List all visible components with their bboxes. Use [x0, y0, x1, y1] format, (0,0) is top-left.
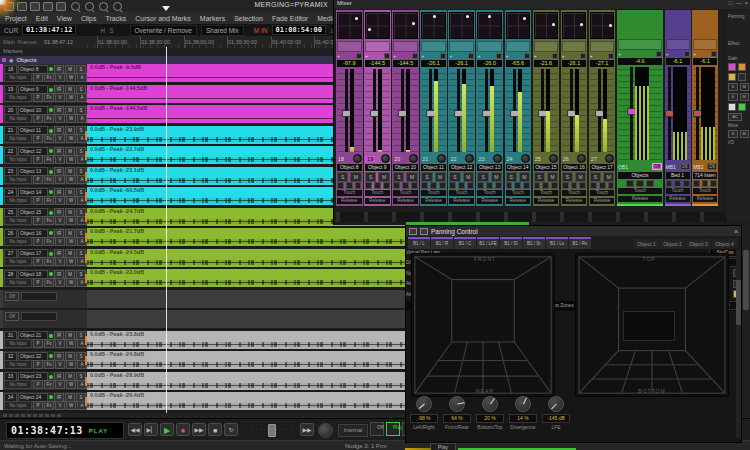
export-icon[interactable] [56, 2, 66, 11]
record-ready-indicator[interactable] [49, 272, 53, 276]
add-insert-button[interactable]: + [693, 51, 696, 57]
track-input-selector[interactable]: No Input [4, 237, 32, 246]
close-icon[interactable]: × [734, 228, 738, 235]
track-w-button[interactable]: W [66, 114, 76, 123]
track-input-selector[interactable]: No Input [4, 278, 32, 287]
automation-mini-button[interactable] [514, 182, 521, 189]
track-a-button[interactable]: A [77, 175, 87, 184]
jog-wheel[interactable] [318, 423, 333, 438]
add-insert-button[interactable]: + [666, 51, 669, 57]
insert-slot[interactable] [562, 41, 587, 52]
track-v-button[interactable]: V [55, 196, 65, 205]
track-input-selector[interactable]: No Input [4, 93, 32, 102]
knob[interactable] [449, 396, 465, 412]
pan-xy-pad[interactable] [365, 12, 390, 39]
mixer-title-bar[interactable]: Mixer [334, 0, 750, 9]
track-a-button[interactable]: A [77, 114, 87, 123]
touch-button[interactable]: Touch [337, 190, 362, 196]
track-v-button[interactable]: V [55, 278, 65, 287]
bus-name[interactable]: 714 listen [693, 172, 717, 179]
stop-button[interactable]: ■ [208, 423, 222, 436]
automation-mini-button[interactable] [477, 182, 484, 189]
nudge-setting[interactable]: Nudge 3: 1 Frm [345, 443, 387, 449]
knob-value[interactable]: 64 % [443, 414, 471, 423]
touch-button[interactable]: Touch [618, 188, 662, 194]
release-button[interactable]: Release [534, 198, 559, 204]
fader[interactable] [401, 69, 404, 152]
insert-slot[interactable] [506, 41, 531, 52]
track-v-button[interactable]: V [55, 134, 65, 143]
track-w-button[interactable]: W [66, 93, 76, 102]
automation-mini-button[interactable] [467, 182, 474, 189]
solo-button[interactable]: S [562, 172, 573, 182]
fast-forward-button[interactable]: ▶▶ [192, 423, 206, 436]
automation-mini-button[interactable] [393, 182, 400, 189]
track-p-button[interactable]: P [33, 93, 43, 102]
automation-mini-button[interactable] [666, 180, 673, 187]
automation-mini-button[interactable] [495, 182, 502, 189]
record-ready-indicator[interactable] [49, 170, 53, 174]
track-input-selector[interactable]: No Input [4, 134, 32, 143]
mute-button[interactable]: M [406, 172, 417, 182]
track-w-button[interactable]: W [66, 339, 76, 348]
track-w-button[interactable]: W [66, 257, 76, 266]
sidebar-mute-button[interactable]: M [740, 130, 750, 138]
record-ready-indicator[interactable] [49, 334, 53, 338]
track-p-button[interactable]: P [33, 216, 43, 225]
knob-value[interactable]: 14 % [509, 414, 537, 423]
track-fx-button[interactable]: Fx [44, 278, 54, 287]
bus-name[interactable]: Bed 1 [666, 172, 690, 179]
menu-item[interactable]: Cursor and Marks [135, 15, 191, 22]
automation-mini-button[interactable] [337, 182, 344, 189]
route-button[interactable] [468, 53, 474, 59]
panner-title-bar[interactable]: Panning Control × [406, 226, 741, 236]
h-flag[interactable]: H [100, 27, 105, 34]
pan-xy-pad[interactable] [477, 12, 502, 39]
track-v-button[interactable]: V [55, 360, 65, 369]
release-button[interactable]: Release [506, 198, 531, 204]
track-a-button[interactable]: A [77, 155, 87, 164]
track-p-button[interactable]: P [33, 278, 43, 287]
automation-mini-button[interactable] [439, 182, 446, 189]
track-input-selector[interactable]: No Input [4, 114, 32, 123]
record-ready-indicator[interactable] [49, 149, 53, 153]
new-project-icon[interactable] [4, 2, 14, 11]
automation-mini-button[interactable] [683, 180, 690, 187]
record-ready-indicator[interactable] [49, 354, 53, 358]
release-button[interactable]: Release [337, 198, 362, 204]
track-name-empty[interactable] [21, 312, 57, 321]
sidebar-mute-label[interactable]: Mute [728, 123, 749, 128]
automation-mini-button[interactable] [590, 182, 597, 189]
insert-slot[interactable] [693, 39, 717, 50]
zoom-in-icon[interactable] [85, 2, 94, 11]
touch-button[interactable]: Touch [590, 190, 615, 196]
maximize-icon[interactable]: □ [729, 0, 733, 6]
menu-item[interactable]: Markers [200, 15, 225, 22]
fader[interactable] [457, 69, 460, 152]
knob[interactable] [548, 396, 564, 412]
knob-value[interactable]: -145 dB [542, 414, 570, 423]
automation-mini-button[interactable] [571, 182, 578, 189]
record-ready-indicator[interactable] [49, 129, 53, 133]
solo-button[interactable]: S [590, 172, 601, 182]
pan-xy-pad[interactable] [534, 12, 559, 39]
release-button[interactable]: Release [693, 196, 717, 202]
knob-value[interactable]: 20 % [476, 414, 504, 423]
automation-mini-button[interactable] [355, 182, 362, 189]
trim-knob[interactable] [493, 154, 502, 163]
sidebar-mute-button[interactable]: M [740, 93, 750, 101]
solo-button[interactable]: S [449, 172, 460, 182]
release-button[interactable]: Release [365, 198, 390, 204]
solo-button[interactable]: S [534, 172, 545, 182]
automation-mini-button[interactable] [562, 182, 569, 189]
route-button[interactable] [608, 53, 614, 59]
track-w-button[interactable]: W [66, 278, 76, 287]
insert-slot[interactable] [534, 41, 559, 52]
release-button[interactable]: Release [393, 198, 418, 204]
track-off-button[interactable]: Off [5, 292, 19, 301]
automation-mini-button[interactable] [383, 182, 390, 189]
fader[interactable] [570, 69, 573, 152]
color-swatch-magenta[interactable] [728, 63, 736, 71]
track-fx-button[interactable]: Fx [44, 73, 54, 82]
window-restore-icon[interactable] [409, 228, 417, 235]
